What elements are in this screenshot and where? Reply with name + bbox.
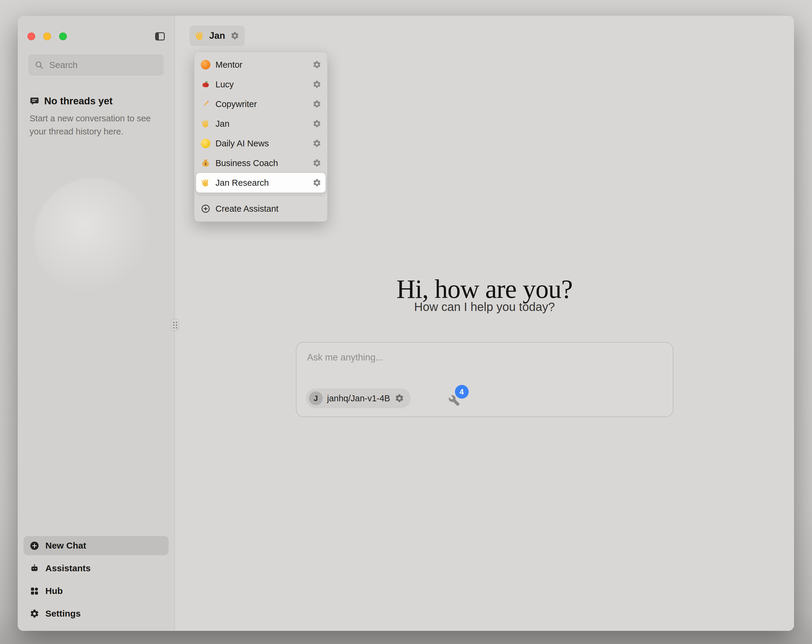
assistant-menu-item-jan[interactable]: Jan <box>196 114 325 134</box>
gear-icon[interactable] <box>230 31 239 40</box>
model-avatar: J <box>309 391 323 405</box>
hub-label: Hub <box>45 586 63 596</box>
model-settings-gear-icon[interactable] <box>394 394 404 403</box>
assistant-menu-item-jan-research[interactable]: Jan Research <box>196 173 325 193</box>
tools-button[interactable]: 4 <box>447 393 461 407</box>
assistant-settings-gear-icon[interactable] <box>313 60 321 69</box>
plus-circle-outline-icon <box>201 204 211 213</box>
greeting-title: Hi, how are you? <box>175 274 794 304</box>
model-selector-button[interactable]: J janhq/Jan-v1-4B <box>306 388 411 408</box>
chat-bubble-icon <box>29 96 40 106</box>
assistant-selector-label: Jan <box>209 30 225 41</box>
sidebar-nav: New Chat Assistants Hub Settings <box>24 536 169 623</box>
search-box[interactable] <box>28 54 164 76</box>
menu-item-label: Daily AI News <box>215 139 307 148</box>
new-chat-button[interactable]: New Chat <box>24 536 169 555</box>
minimize-button[interactable] <box>43 32 51 40</box>
menu-item-label: Jan Research <box>215 178 307 188</box>
assistant-settings-gear-icon[interactable] <box>313 100 321 108</box>
apple-icon <box>201 79 211 89</box>
orange-circle-icon <box>201 60 211 70</box>
empty-state-title: No threads yet <box>44 95 113 107</box>
robot-icon <box>29 563 40 573</box>
sidebar-item-assistants[interactable]: Assistants <box>24 559 169 578</box>
hub-grid-icon <box>29 586 40 596</box>
menu-item-label: Mentor <box>215 60 307 70</box>
assistant-menu: Mentor Lucy Copywriter Jan <box>194 52 328 222</box>
assistant-settings-gear-icon[interactable] <box>313 139 321 148</box>
assistant-selector-button[interactable]: Jan <box>189 26 245 46</box>
empty-state-text: Start a new conversation to see your thr… <box>29 112 166 138</box>
greeting-subtitle: How can I help you today? <box>175 300 794 314</box>
sidebar-toggle-button[interactable] <box>154 31 166 42</box>
assistant-menu-item-lucy[interactable]: Lucy <box>196 75 325 94</box>
wave-icon <box>201 119 211 128</box>
empty-state-line1: Start a new conversation to see <box>29 112 166 125</box>
app-window: No threads yet Start a new conversation … <box>18 15 794 631</box>
menu-item-label: Lucy <box>215 79 307 90</box>
menu-item-label: Copywriter <box>215 99 307 109</box>
plus-circle-icon <box>29 541 40 551</box>
assistant-menu-item-copywriter[interactable]: Copywriter <box>196 94 325 114</box>
threads-empty-state: No threads yet Start a new conversation … <box>29 95 166 138</box>
assistant-menu-item-daily-ai-news[interactable]: Daily AI News <box>196 134 325 153</box>
composer-card: J janhq/Jan-v1-4B 4 <box>296 342 673 417</box>
assistant-menu-item-business-coach[interactable]: Business Coach <box>196 153 325 173</box>
create-assistant-button[interactable]: Create Assistant <box>196 199 325 219</box>
model-name: janhq/Jan-v1-4B <box>327 394 390 403</box>
composer-input[interactable] <box>296 343 673 378</box>
main-area: Jan Mentor Lucy Copywriter <box>175 15 794 631</box>
menu-item-label: Business Coach <box>215 158 307 168</box>
menu-item-label: Jan <box>215 119 307 129</box>
close-button[interactable] <box>27 32 35 40</box>
tools-count-badge: 4 <box>455 385 469 399</box>
pencil-icon <box>201 99 211 109</box>
sidebar-panel-icon <box>154 31 166 42</box>
search-icon <box>34 60 44 70</box>
drag-dots-icon <box>173 322 177 329</box>
sidebar-resize-handle[interactable] <box>171 319 179 330</box>
settings-label: Settings <box>45 609 81 619</box>
zoom-button[interactable] <box>59 32 67 40</box>
sidebar: No threads yet Start a new conversation … <box>18 15 175 631</box>
sidebar-item-hub[interactable]: Hub <box>24 582 169 600</box>
yellow-circle-icon <box>201 139 211 148</box>
gear-icon <box>29 609 40 619</box>
decorative-blob <box>34 178 153 297</box>
wave-icon <box>194 30 205 41</box>
window-controls <box>27 32 67 40</box>
money-bag-icon <box>201 158 211 168</box>
new-chat-label: New Chat <box>45 540 86 551</box>
sidebar-item-settings[interactable]: Settings <box>24 604 169 623</box>
assistant-settings-gear-icon[interactable] <box>313 119 321 128</box>
search-input[interactable] <box>49 59 158 70</box>
assistant-menu-item-mentor[interactable]: Mentor <box>196 55 325 75</box>
wave-icon <box>201 178 211 187</box>
assistants-label: Assistants <box>45 563 91 573</box>
empty-state-line2: your thread history here. <box>29 125 166 139</box>
create-assistant-label: Create Assistant <box>215 204 321 214</box>
desktop-backdrop: No threads yet Start a new conversation … <box>0 0 812 644</box>
assistant-settings-gear-icon[interactable] <box>313 158 321 167</box>
assistant-settings-gear-icon[interactable] <box>313 178 321 187</box>
assistant-settings-gear-icon[interactable] <box>313 80 321 89</box>
